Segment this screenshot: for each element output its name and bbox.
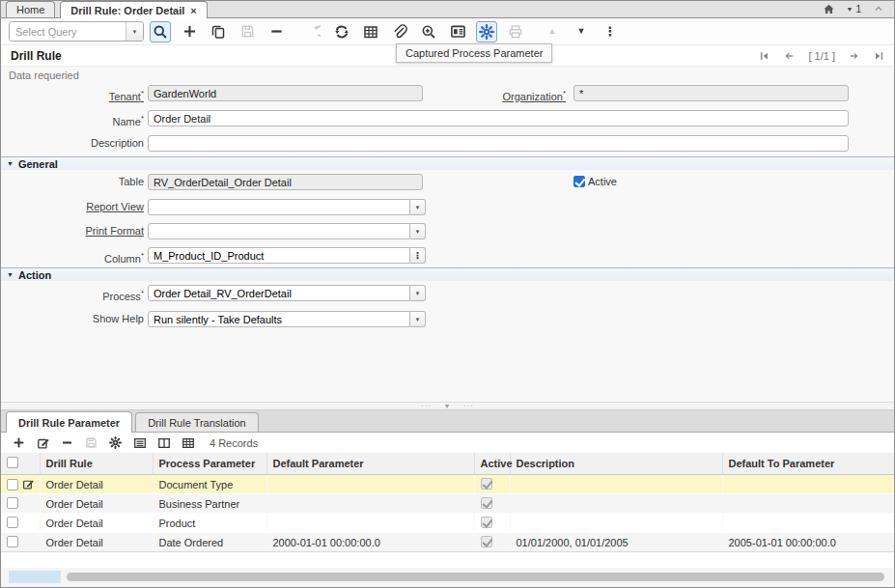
cell-default-parameter: 2000-01-01 00:00:00.0 (266, 533, 474, 552)
row-edit-icon[interactable] (22, 478, 35, 490)
print-format-input[interactable] (148, 223, 410, 239)
splitter-collapse-icon[interactable]: ▾ (445, 404, 450, 409)
detail-grid-toggle-button[interactable] (181, 435, 195, 450)
record-count-label: 4 Records (210, 437, 258, 449)
zoom-across-button[interactable] (418, 21, 439, 42)
window-selector[interactable]: ▼ 1 (847, 4, 862, 14)
column-header-default-parameter[interactable]: Default Parameter (266, 453, 474, 475)
detail-tab-bar: Drill Rule Parameter Drill Rule Translat… (1, 410, 894, 433)
scrollbar-thumb[interactable] (67, 573, 884, 581)
description-field[interactable] (148, 135, 849, 152)
select-query-dropdown-button[interactable]: ▼ (126, 22, 143, 41)
show-help-input[interactable] (148, 311, 410, 327)
detail-record-button[interactable]: ▼ (571, 21, 592, 42)
copy-record-button[interactable] (208, 21, 229, 42)
tab-drill-rule[interactable]: Drill Rule: Order Detail × (60, 1, 207, 18)
column-header-default-to-parameter[interactable]: Default To Parameter (722, 453, 895, 475)
grid-toggle-button[interactable] (360, 21, 381, 42)
triangle-up-icon: ▲ (548, 27, 557, 36)
row-checkbox[interactable] (7, 517, 18, 528)
report-view-label[interactable]: Report View (9, 199, 144, 215)
attachment-button[interactable] (389, 21, 410, 42)
captured-process-parameter-button[interactable] (476, 21, 497, 42)
active-checkbox[interactable] (573, 176, 585, 187)
organization-field[interactable] (573, 85, 849, 101)
cell-active-checkbox (481, 478, 492, 490)
row-checkbox[interactable] (7, 497, 18, 509)
home-icon[interactable] (823, 3, 835, 15)
minus-icon (61, 436, 73, 449)
show-help-dropdown-button[interactable]: ▼ (410, 311, 426, 327)
table-row[interactable]: Order Detail Business Partner (1, 494, 895, 514)
parent-record-button[interactable]: ▲ (542, 21, 563, 42)
active-label: Active (588, 176, 617, 187)
print-format-label[interactable]: Print Format (9, 223, 144, 239)
column-header-drill-rule[interactable]: Drill Rule (40, 453, 153, 475)
pane-splitter[interactable]: ··· ▾ ··· (1, 402, 894, 410)
refresh-button[interactable] (331, 21, 352, 42)
collapse-header-icon[interactable] (873, 3, 884, 14)
more-actions-button[interactable]: ⋮ (600, 21, 621, 42)
find-record-button[interactable] (150, 21, 171, 42)
last-record-button[interactable] (873, 50, 884, 62)
column-input[interactable] (148, 247, 410, 264)
undo-button[interactable] (302, 21, 323, 42)
detail-delete-button[interactable] (60, 435, 74, 450)
cell-default-parameter (266, 494, 474, 514)
detail-new-button[interactable] (12, 435, 26, 450)
table-label: Table (9, 174, 144, 190)
cell-description (510, 475, 722, 494)
table-row[interactable]: Order Detail Document Type (1, 475, 895, 494)
name-label: Name* (9, 110, 144, 130)
table-row[interactable]: Order Detail Date Ordered 2000-01-01 00:… (1, 533, 895, 552)
cell-drill-rule: Order Detail (40, 494, 153, 514)
close-tab-icon[interactable]: × (190, 6, 196, 15)
scrollbar-track[interactable] (65, 571, 888, 583)
delete-record-button[interactable] (266, 21, 287, 42)
cell-active-checkbox (481, 497, 492, 509)
select-all-checkbox[interactable] (7, 457, 18, 468)
split-pane-icon (157, 436, 171, 450)
tab-home[interactable]: Home (6, 1, 55, 17)
tenant-field[interactable] (148, 85, 423, 101)
chevron-down-icon: ▼ (415, 291, 421, 296)
organization-label[interactable]: Organization* (431, 85, 566, 105)
table-row[interactable]: Order Detail Product (1, 514, 895, 533)
column-header-active[interactable]: Active (474, 453, 510, 475)
paging-indicator[interactable] (9, 571, 61, 583)
new-record-button[interactable] (179, 21, 200, 42)
column-record-button[interactable]: ⋮ (410, 247, 426, 264)
tenant-label[interactable]: Tenant* (9, 85, 144, 105)
tab-drill-rule-translation[interactable]: Drill Rule Translation (135, 412, 258, 432)
process-dropdown-button[interactable]: ▼ (410, 285, 426, 301)
table-header-row: Drill Rule Process Parameter Default Par… (1, 453, 895, 475)
detail-pane-toggle-button[interactable] (156, 435, 171, 450)
column-header-process-parameter[interactable]: Process Parameter (153, 453, 266, 475)
previous-record-button[interactable] (783, 50, 796, 62)
report-view-dropdown-button[interactable]: ▼ (410, 199, 426, 215)
cell-active-checkbox (481, 536, 492, 547)
column-header-description[interactable]: Description (510, 453, 722, 475)
detail-edit-button[interactable] (36, 435, 50, 450)
name-field[interactable] (148, 110, 849, 126)
section-action[interactable]: ▼ Action (1, 267, 894, 281)
row-checkbox[interactable] (7, 479, 18, 490)
print-format-dropdown-button[interactable]: ▼ (410, 223, 426, 239)
report-view-input[interactable] (148, 199, 410, 215)
row-checkbox[interactable] (7, 536, 18, 547)
detail-quick-form-button[interactable] (132, 435, 147, 450)
table-field[interactable] (148, 174, 423, 190)
copy-icon (210, 24, 226, 40)
print-button[interactable] (505, 21, 526, 42)
section-general[interactable]: ▼ General (1, 156, 894, 170)
first-record-button[interactable] (759, 50, 770, 62)
select-query-input[interactable] (10, 22, 126, 41)
tab-drill-rule-parameter[interactable]: Drill Rule Parameter (6, 411, 132, 433)
process-input[interactable] (148, 285, 410, 301)
save-button[interactable] (237, 21, 258, 42)
detail-process-button[interactable] (108, 435, 123, 450)
report-button[interactable] (447, 21, 468, 42)
next-record-button[interactable] (848, 50, 860, 62)
gear-icon (109, 436, 122, 449)
detail-save-button[interactable] (84, 435, 98, 450)
